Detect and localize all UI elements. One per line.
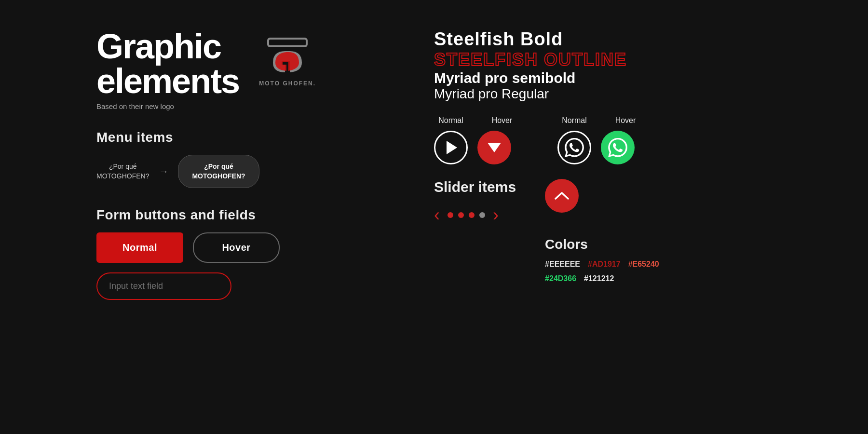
color-ad1917: #AD1917 xyxy=(588,260,621,269)
menu-items-section: Menu items ¿Por quéMOTOGHOFEN? → ¿Por qu… xyxy=(96,130,366,188)
play-icon-normal[interactable] xyxy=(434,131,468,164)
graphic-elements-title-block: Graphic elements Based on their new logo xyxy=(96,29,239,110)
svg-rect-0 xyxy=(268,39,307,46)
colors-section: Colors #EEEEEE #AD1917 #E65240 #24D366 #… xyxy=(545,237,659,283)
menu-item-normal-state: ¿Por quéMOTOGHOFEN? xyxy=(96,162,149,181)
slider-title: Slider items xyxy=(434,179,516,195)
play-icons-labels: Normal Hover xyxy=(434,116,519,125)
buttons-row: Normal Hover xyxy=(96,232,366,263)
scroll-to-top-button[interactable] xyxy=(545,179,579,213)
input-text-field[interactable] xyxy=(96,272,231,300)
subtitle: Based on their new logo xyxy=(96,102,239,110)
form-section-title: Form buttons and fields xyxy=(96,207,366,223)
slider-next-icon[interactable]: › xyxy=(493,205,499,225)
right-bottom-block: Colors #EEEEEE #AD1917 #E65240 #24D366 #… xyxy=(545,179,659,283)
play-triangle-icon xyxy=(447,141,457,154)
menu-text: ¿Por quéMOTOGHOFEN? xyxy=(96,163,149,180)
whatsapp-icons-labels: Normal Hover xyxy=(557,116,642,125)
play-icons-group: Normal Hover xyxy=(434,116,519,164)
whatsapp-icons-row xyxy=(557,131,642,164)
wa-hover-label: Hover xyxy=(609,116,642,125)
font-steelfish-outline: STEELFISH OUTLINE xyxy=(434,50,839,70)
slider-demo: ‹ › xyxy=(434,205,516,225)
colors-row: #EEEEEE #AD1917 #E65240 xyxy=(545,260,659,269)
dot-1 xyxy=(448,212,453,218)
font-myriad-regular: Myriad pro Regular xyxy=(434,86,839,102)
typography-section: Steelfish Bold STEELFISH OUTLINE Myriad … xyxy=(434,29,839,102)
menu-item-hover-state[interactable]: ¿Por quéMOTOGHOFEN? xyxy=(178,155,259,188)
form-section: Form buttons and fields Normal Hover xyxy=(96,207,366,300)
menu-demo: ¿Por quéMOTOGHOFEN? → ¿Por quéMOTOGHOFEN… xyxy=(96,155,366,188)
colors-title: Colors xyxy=(545,237,659,252)
wa-normal-label: Normal xyxy=(557,116,591,125)
page-container: Graphic elements Based on their new logo… xyxy=(0,0,868,434)
dot-3 xyxy=(469,212,475,218)
dot-2 xyxy=(458,212,464,218)
icons-section: Normal Hover Normal Hover xyxy=(434,116,839,164)
left-panel: Graphic elements Based on their new logo… xyxy=(0,0,395,434)
color-eeeeee: #EEEEEE xyxy=(545,260,580,269)
brand-logo xyxy=(258,34,316,77)
whatsapp-icon-normal[interactable] xyxy=(557,131,591,164)
whatsapp-icons-group: Normal Hover xyxy=(557,116,642,164)
normal-button[interactable]: Normal xyxy=(96,232,183,263)
play-normal-label: Normal xyxy=(434,116,468,125)
color-121212: #121212 xyxy=(584,274,614,283)
dot-4 xyxy=(479,212,485,218)
play-icons-row xyxy=(434,131,519,164)
right-panel: Steelfish Bold STEELFISH OUTLINE Myriad … xyxy=(395,0,868,434)
slider-prev-icon[interactable]: ‹ xyxy=(434,205,440,225)
hover-button[interactable]: Hover xyxy=(193,232,280,263)
play-icon-hover[interactable] xyxy=(477,131,511,164)
slider-section: Slider items ‹ › xyxy=(434,179,516,225)
down-triangle-icon xyxy=(488,143,501,152)
logo-brand-text: MOTO GHOFEN. xyxy=(259,80,316,87)
menu-section-title: Menu items xyxy=(96,130,366,145)
colors-row-2: #24D366 #121212 xyxy=(545,274,659,283)
top-section: Graphic elements Based on their new logo… xyxy=(96,29,366,110)
whatsapp-svg-normal xyxy=(565,138,584,157)
page-title: Graphic elements xyxy=(96,29,239,98)
slider-dots xyxy=(448,212,485,218)
font-steelfish-bold: Steelfish Bold xyxy=(434,29,839,50)
color-e65240: #E65240 xyxy=(628,260,659,269)
arrow-right-icon: → xyxy=(159,166,168,177)
menu-hover-text: ¿Por quéMOTOGHOFEN? xyxy=(192,163,245,180)
font-myriad-semibold: Myriad pro semibold xyxy=(434,70,839,86)
color-24d366: #24D366 xyxy=(545,274,576,283)
chevron-up-icon xyxy=(555,191,569,201)
whatsapp-svg-hover xyxy=(608,138,627,157)
logo-area: MOTO GHOFEN. xyxy=(258,29,316,87)
play-hover-label: Hover xyxy=(485,116,519,125)
bottom-row: Slider items ‹ › xyxy=(434,179,839,283)
whatsapp-icon-hover[interactable] xyxy=(601,131,635,164)
